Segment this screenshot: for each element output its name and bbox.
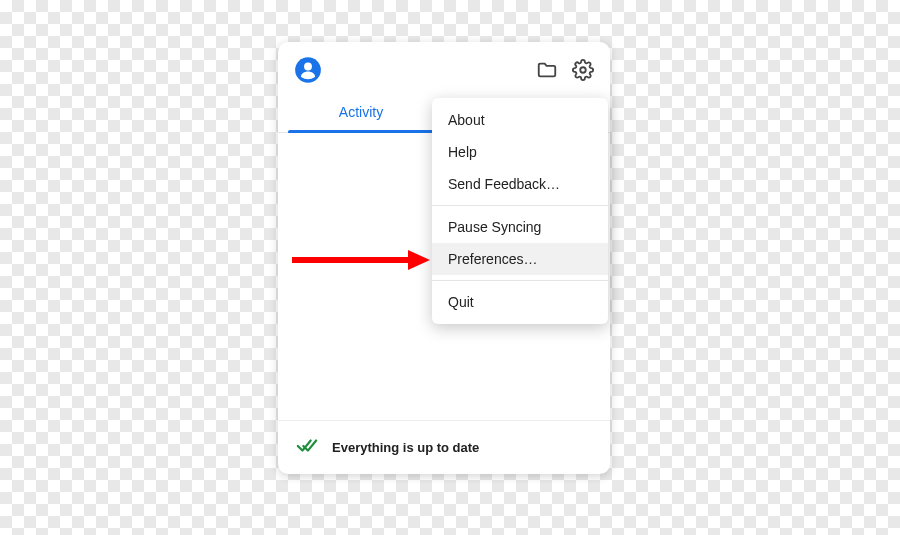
menu-item-preferences[interactable]: Preferences… xyxy=(432,243,608,275)
status-text: Everything is up to date xyxy=(332,440,479,455)
header xyxy=(278,42,610,94)
menu-item-about[interactable]: About xyxy=(432,104,608,136)
folder-icon[interactable] xyxy=(536,59,558,81)
menu-item-pause-syncing[interactable]: Pause Syncing xyxy=(432,211,608,243)
menu-item-feedback[interactable]: Send Feedback… xyxy=(432,168,608,200)
header-right xyxy=(536,59,594,81)
check-double-icon xyxy=(296,435,318,460)
settings-menu: About Help Send Feedback… Pause Syncing … xyxy=(432,98,608,324)
menu-item-quit[interactable]: Quit xyxy=(432,286,608,318)
menu-item-help[interactable]: Help xyxy=(432,136,608,168)
gear-icon[interactable] xyxy=(572,59,594,81)
tab-activity-label: Activity xyxy=(339,104,383,120)
profile-icon[interactable] xyxy=(294,56,322,84)
footer: Everything is up to date xyxy=(278,420,610,474)
menu-separator xyxy=(432,205,608,206)
menu-separator xyxy=(432,280,608,281)
svg-point-1 xyxy=(304,63,312,71)
svg-point-2 xyxy=(580,67,586,73)
tab-activity[interactable]: Activity xyxy=(278,94,444,132)
header-left xyxy=(294,56,322,84)
